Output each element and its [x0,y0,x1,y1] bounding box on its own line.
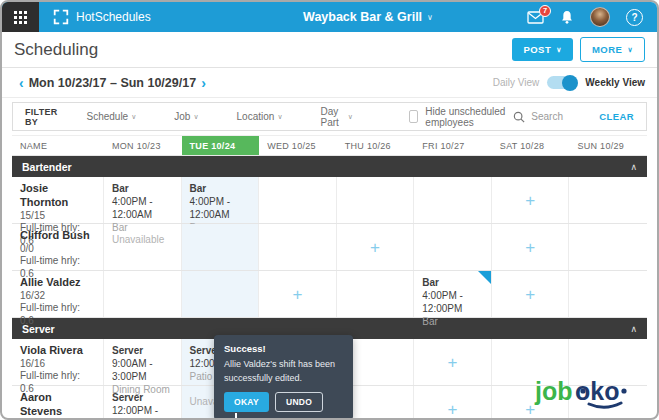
shift-job-label: Bar [422,276,483,289]
view-toggle: Daily View Weekly View [493,76,645,89]
column-header-sun[interactable]: SUN 10/29 [569,136,647,156]
empty-shift-cell-mon[interactable] [104,271,182,317]
next-week-button[interactable]: › [196,75,211,91]
shift-time-label: 4:00PM - 12:00AM [112,195,173,221]
weekly-view-label[interactable]: Weekly View [585,77,645,88]
toggle-knob [562,75,578,91]
schedule-dropdown[interactable]: Schedule ∨ [86,111,136,122]
add-shift-cell-thu[interactable]: + [337,224,415,270]
more-button[interactable]: MORE ∨ [580,37,645,62]
section-header-bartender[interactable]: Bartender ∧ [12,156,647,177]
add-shift-cell-sat[interactable]: + [492,271,570,317]
add-shift-cell-fri[interactable]: + [414,339,492,385]
date-navigation: ‹ Mon 10/23/17 – Sun 10/29/17 › Daily Vi… [2,68,657,98]
shift-cell-mon[interactable]: Server 12:00PM - 9:00PM Patio [104,386,182,420]
column-header-thu[interactable]: THU 10/26 [337,136,415,156]
employee-hours: 16/16 [20,358,95,371]
view-toggle-switch[interactable] [547,76,577,89]
empty-shift-cell-thu[interactable] [337,271,415,317]
day-part-dropdown[interactable]: Day Part ∨ [321,106,353,128]
column-header-tue-highlighted[interactable]: TUE 10/24 [182,136,260,156]
employee-name: Allie Valdez [20,276,95,290]
chevron-down-icon: ∨ [277,113,282,121]
empty-shift-cell-sun[interactable] [569,224,647,270]
unavailable-cell-mon[interactable]: Unavailable [104,224,182,270]
previous-week-button[interactable]: ‹ [14,75,29,91]
help-button[interactable]: ? [626,9,643,26]
employee-hours: 0/0 [20,243,95,256]
shift-job-label: Bar [112,182,173,195]
chevron-up-icon: ∧ [630,324,637,334]
add-shift-icon: + [525,286,535,303]
employee-name: Aaron Stevens [20,391,95,419]
column-header-name: NAME [12,136,104,156]
shift-cell-fri-edited[interactable]: Bar 4:00PM - 12:00PM Bar [414,271,492,317]
employee-cell[interactable]: Allie Valdez 16/32 Full-time hrly: 0.6 [12,271,104,317]
add-shift-cell-wed[interactable]: + [259,271,337,317]
column-header-wed[interactable]: WED 10/25 [259,136,337,156]
shift-cell-tue[interactable]: Bar 4:00PM - 12:00AM Bar [182,177,260,223]
column-header-fri[interactable]: FRI 10/27 [414,136,492,156]
empty-shift-cell-sun[interactable] [569,271,647,317]
shift-time-label: 9:00AM - 3:00PM [112,357,173,383]
add-shift-icon: + [525,239,535,256]
unread-count-badge: 7 [539,5,551,17]
clear-filters-button[interactable]: CLEAR [599,111,634,122]
chevron-down-icon: ∨ [427,13,433,22]
notifications-button[interactable] [560,10,574,25]
empty-shift-cell-fri[interactable] [414,224,492,270]
column-header-mon[interactable]: MON 10/23 [104,136,182,156]
column-header-sat[interactable]: SAT 10/28 [492,136,570,156]
empty-shift-cell-thu[interactable] [337,177,415,223]
empty-shift-cell-fri[interactable] [414,177,492,223]
job-dropdown[interactable]: Job ∨ [174,111,198,122]
employee-cell[interactable]: Clifford Bush 0/0 Full-time hrly: 0.6 [12,224,104,270]
toast-title: Success! [224,343,344,354]
empty-shift-cell-wed[interactable] [259,224,337,270]
messages-button[interactable]: 7 [527,11,544,24]
chevron-down-icon: ∨ [348,113,353,121]
empty-shift-cell-sun[interactable] [569,177,647,223]
page-title: Scheduling [14,40,512,60]
employee-name: Clifford Bush [20,229,95,243]
filter-bar-container: FILTER BY Schedule ∨ Job ∨ Location ∨ Da… [2,98,657,135]
add-shift-icon: + [370,239,380,256]
empty-shift-cell-tue[interactable] [182,224,260,270]
hotschedules-logo-icon [52,8,70,26]
add-shift-cell-sat[interactable]: + [492,177,570,223]
location-dropdown[interactable]: Location ∨ [237,111,283,122]
hide-unscheduled-label: Hide unscheduled employees [425,106,513,128]
bell-icon [560,10,574,25]
success-toast: Success! Allie Valdez's shift has been s… [214,335,353,420]
joboko-watermark: job oko [533,374,641,414]
user-avatar[interactable] [590,7,610,27]
hotschedules-logo[interactable]: HotSchedules [39,2,209,32]
okay-button[interactable]: OKAY [224,392,269,412]
undo-button[interactable]: UNDO [275,392,323,412]
empty-shift-cell-wed[interactable] [259,177,337,223]
employee-cell[interactable]: Josie Thornton 15/15 Full-time hrly: 0.6 [12,177,104,223]
location-selector[interactable]: Wayback Bar & Grill ∨ [209,2,527,32]
employee-hours: 15/15 [20,210,95,223]
watermark-text-green: job [534,377,573,405]
add-shift-cell-sat[interactable]: + [492,224,570,270]
empty-shift-cell-tue[interactable] [182,271,260,317]
shift-cell-mon[interactable]: Bar 4:00PM - 12:00AM Bar [104,177,182,223]
employee-cell[interactable]: Viola Rivera 16/16 Full-time hrly: 0.6 [12,339,104,385]
daily-view-label[interactable]: Daily View [493,77,540,88]
shift-cell-mon[interactable]: Server 9:00AM - 3:00PM Dining Room [104,339,182,385]
text-cursor [235,413,237,419]
add-shift-cell-fri[interactable]: + [414,386,492,420]
watermark-eye-icon [580,388,585,393]
apps-grid-icon [14,11,27,24]
employee-cell[interactable]: Aaron Stevens 8/32 Full-time hrly: 0.6 [12,386,104,420]
employee-rate: Full-time hrly: 0.6 [20,302,95,327]
shift-time-label: 4:00PM - 12:00AM [190,195,251,221]
app-launcher-button[interactable] [2,2,39,32]
search-input[interactable] [531,111,589,122]
hide-unscheduled-checkbox[interactable] [409,110,418,123]
shift-time-label: 4:00PM - 12:00PM [422,289,483,315]
post-button[interactable]: POST ∨ [512,38,573,61]
unavailable-label: Unavailable [112,234,164,245]
hotschedules-app: HotSchedules Wayback Bar & Grill ∨ 7 ? [0,0,659,420]
